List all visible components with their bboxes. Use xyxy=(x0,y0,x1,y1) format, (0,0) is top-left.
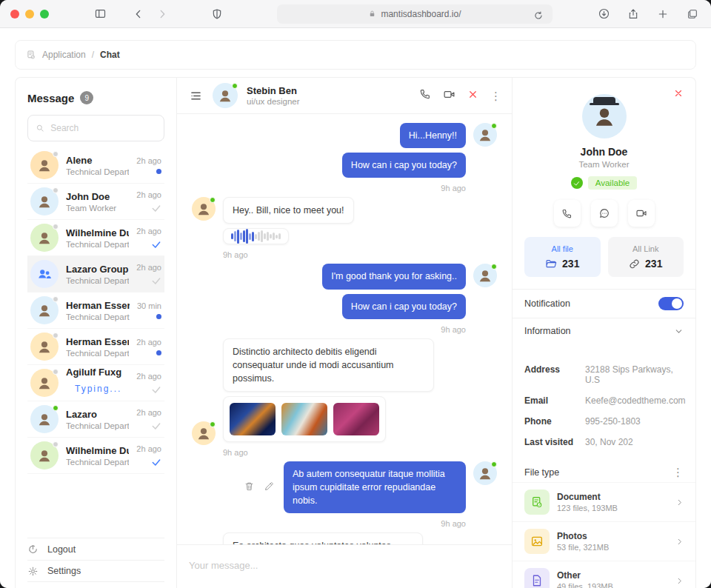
contact-name: Lazaro Group xyxy=(66,264,129,275)
chevron-down-icon xyxy=(674,327,684,336)
share-icon[interactable] xyxy=(625,6,641,22)
chevron-right-icon xyxy=(675,498,684,507)
chevron-right-icon xyxy=(675,577,684,585)
conversation-menu-icon[interactable] xyxy=(187,87,204,104)
contact-role: Technical Department xyxy=(66,421,129,430)
app-page: Application / Chat Message 9 xyxy=(0,28,711,588)
contact-time: 2h ago xyxy=(136,372,161,381)
forward-button[interactable] xyxy=(154,6,170,22)
file-type-row[interactable]: Document 123 files, 193MB xyxy=(513,482,695,521)
typing-status: Typing... xyxy=(66,379,129,399)
message-bubble[interactable]: How can i cap you today? xyxy=(342,153,466,178)
profile-message-button[interactable] xyxy=(591,200,618,227)
address-bar[interactable]: mantisdashboard.io/ xyxy=(277,4,553,24)
minimize-window-button[interactable] xyxy=(25,10,34,19)
list-item[interactable]: Wilhelmine Durrg Technical Department 2h… xyxy=(27,438,164,474)
settings-label: Settings xyxy=(47,566,81,576)
sidebar-toggle-icon[interactable] xyxy=(92,6,108,22)
message-time: 9h ago xyxy=(223,250,248,259)
downloads-icon[interactable] xyxy=(595,6,612,22)
video-call-icon[interactable] xyxy=(443,88,455,104)
window-controls[interactable] xyxy=(10,10,49,19)
contact-name: Wilhelmine Durrg xyxy=(66,445,129,456)
breadcrumb-section[interactable]: Application xyxy=(42,50,86,60)
message-group-received: Ea architecto quas voluptates voluptas e… xyxy=(192,532,497,544)
image-attachments-bubble xyxy=(223,396,386,442)
search-box[interactable] xyxy=(27,115,164,141)
notification-toggle[interactable] xyxy=(658,297,684,310)
profile-call-button[interactable] xyxy=(554,200,581,227)
message-bubble[interactable]: How can i cap you today? xyxy=(342,294,466,319)
logout-button[interactable]: Logout xyxy=(27,538,164,560)
list-item[interactable]: Alene Technical Department 2h ago xyxy=(27,147,164,184)
message-group-received: Hey.. Bill, nice to meet you! 9h ago xyxy=(192,197,497,259)
profile-video-button[interactable] xyxy=(628,200,655,227)
contact-role: Technical Department xyxy=(66,349,129,358)
list-item[interactable]: Wilhelmine Durrg Technical Department 2h… xyxy=(27,220,164,256)
unread-dot xyxy=(156,350,161,355)
settings-button[interactable]: Settings xyxy=(27,560,164,582)
message-time: 9h ago xyxy=(441,184,466,193)
file-type-row[interactable]: Photos 53 file, 321MB xyxy=(513,521,695,561)
message-composer[interactable] xyxy=(177,544,512,588)
voice-note-bubble[interactable] xyxy=(223,228,289,244)
more-options-icon[interactable]: ⋮ xyxy=(490,90,501,101)
contact-time: 30 min xyxy=(137,301,161,310)
file-type-menu-icon[interactable]: ⋮ xyxy=(672,467,684,478)
all-links-card[interactable]: All Link 231 xyxy=(608,237,684,277)
avatar xyxy=(192,197,216,221)
available-check-icon xyxy=(571,177,583,189)
address-label: Address xyxy=(524,364,585,385)
contact-list: Alene Technical Department 2h ago John D… xyxy=(27,147,164,533)
message-bubble[interactable]: Hey.. Bill, nice to meet you! xyxy=(223,197,354,224)
tab-overview-icon[interactable] xyxy=(684,6,701,22)
attachment-image[interactable] xyxy=(230,403,276,435)
list-item[interactable]: Herman Essertg Technical Department 30 m… xyxy=(27,293,164,329)
list-item[interactable]: Agilulf Fuxg Typing... 2h ago xyxy=(27,365,164,401)
check-icon xyxy=(151,384,161,395)
file-type-label: File type xyxy=(524,467,559,478)
search-input[interactable] xyxy=(50,123,156,133)
information-row[interactable]: Information xyxy=(513,318,695,344)
status-badge: Available xyxy=(588,176,637,190)
close-window-button[interactable] xyxy=(10,10,19,19)
message-group-sent: Hi...Henny!! How can i cap you today? 9h… xyxy=(192,123,497,193)
message-group-received: Distinctio architecto debitis eligendi c… xyxy=(192,338,497,457)
gear-icon xyxy=(27,566,39,577)
close-chat-icon[interactable] xyxy=(467,89,478,103)
message-input[interactable] xyxy=(189,560,500,571)
list-item[interactable]: Lazaro Technical Department 2h ago xyxy=(27,401,164,438)
privacy-shield-icon[interactable] xyxy=(209,6,225,22)
attachment-image[interactable] xyxy=(281,403,327,435)
message-bubble[interactable]: Ab autem consequatur itaque mollitia ips… xyxy=(284,461,466,513)
reload-icon[interactable] xyxy=(530,7,547,24)
all-files-card[interactable]: All file 231 xyxy=(524,237,601,277)
avatar xyxy=(30,441,59,470)
delete-message-icon[interactable] xyxy=(244,481,255,495)
message-bubble[interactable]: Hi...Henny!! xyxy=(400,123,466,148)
list-item-selected[interactable]: Lazaro Group Technical Department 2h ago xyxy=(27,256,164,293)
back-button[interactable] xyxy=(130,6,147,22)
attachment-image[interactable] xyxy=(333,403,379,435)
all-files-count: 231 xyxy=(562,258,579,270)
list-item[interactable]: Herman Essertg Technical Department 2h a… xyxy=(27,329,164,365)
email-label: Email xyxy=(524,395,585,406)
message-bubble[interactable]: Distinctio architecto debitis eligendi c… xyxy=(223,338,434,392)
sidebar-title: Message xyxy=(27,92,74,104)
avatar xyxy=(30,405,59,433)
edit-message-icon[interactable] xyxy=(264,481,275,495)
message-bubble[interactable]: Ea architecto quas voluptates voluptas e… xyxy=(223,532,423,544)
zoom-window-button[interactable] xyxy=(40,10,49,19)
breadcrumb-separator: / xyxy=(92,50,94,60)
list-item[interactable]: John Doe Team Worker 2h ago xyxy=(27,184,164,220)
call-icon[interactable] xyxy=(419,88,431,103)
contact-time: 2h ago xyxy=(136,408,161,417)
file-type-row[interactable]: Other 49 files, 193MB xyxy=(513,561,695,588)
contact-name: Agilulf Fuxg xyxy=(66,367,129,378)
message-list[interactable]: Hi...Henny!! How can i cap you today? 9h… xyxy=(177,114,512,544)
other-file-icon xyxy=(524,568,550,588)
profile-panel: John Doe Team Worker Available xyxy=(512,78,695,588)
new-tab-icon[interactable] xyxy=(655,6,671,22)
message-bubble[interactable]: I'm good thank you for asking.. xyxy=(322,264,466,289)
address-value: 32188 Sips Parkways, U.S xyxy=(585,364,684,385)
